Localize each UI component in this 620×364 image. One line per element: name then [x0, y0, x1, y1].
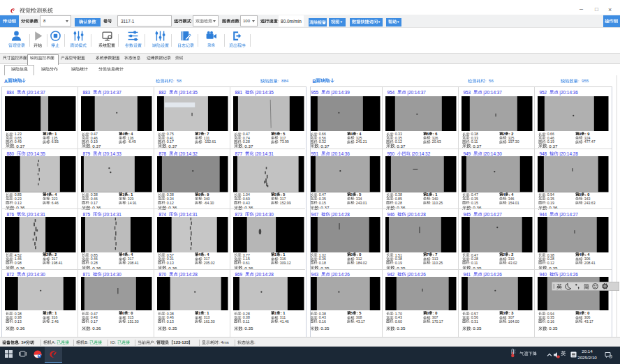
svg-text:6: 6	[610, 355, 612, 358]
